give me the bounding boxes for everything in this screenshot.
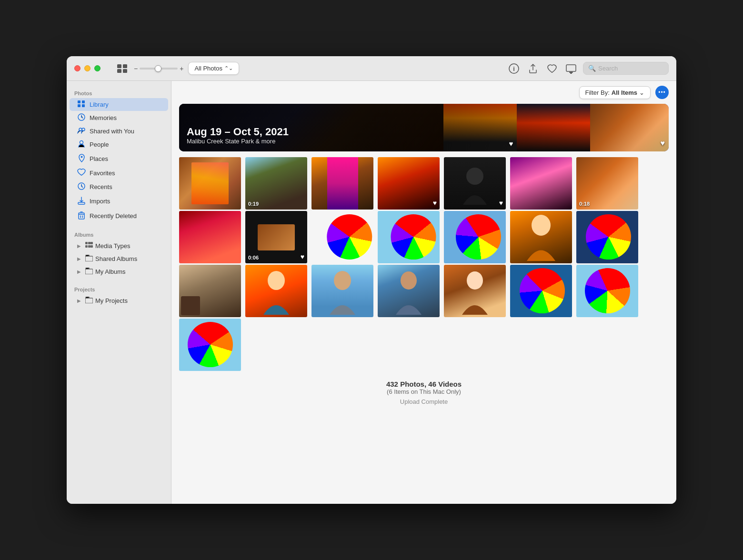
photo-cell[interactable] xyxy=(245,265,307,317)
photo-cell-rainbow[interactable] xyxy=(444,211,506,263)
svg-rect-6 xyxy=(566,65,576,71)
photo-cell[interactable] xyxy=(444,265,506,317)
maximize-button[interactable] xyxy=(94,65,100,71)
svg-rect-31 xyxy=(85,298,93,303)
sidebar-item-my-projects[interactable]: ▶ My Projects xyxy=(70,294,168,307)
filter-button[interactable]: Filter By: All Items ⌄ xyxy=(579,86,651,99)
sidebar-item-my-albums[interactable]: ▶ My Albums xyxy=(70,265,168,278)
photo-cell-rainbow[interactable] xyxy=(179,319,241,371)
sidebar-item-memories[interactable]: Memories xyxy=(70,111,168,125)
video-duration: 0:18 xyxy=(579,201,590,207)
photo-cell[interactable] xyxy=(179,211,241,263)
view-toggle-icon[interactable] xyxy=(116,62,129,75)
toolbar: − + All Photos ⌃⌄ i xyxy=(116,61,669,76)
expand-arrow-icon: ▶ xyxy=(77,243,81,249)
heart-icon: ♥ xyxy=(499,199,503,207)
view-selector-button[interactable]: All Photos ⌃⌄ xyxy=(188,62,239,75)
recents-icon xyxy=(77,182,86,191)
info-icon[interactable]: i xyxy=(507,61,521,76)
video-cell[interactable]: 0:06 ♥ xyxy=(245,211,307,263)
sidebar-item-imports[interactable]: Imports xyxy=(70,194,168,209)
memory-location: Malibu Creek State Park & more xyxy=(187,138,289,145)
traffic-lights xyxy=(74,65,100,71)
svg-rect-24 xyxy=(88,242,90,244)
sidebar-item-label-imports: Imports xyxy=(90,198,110,205)
video-cell[interactable]: 0:19 xyxy=(245,157,307,210)
expand-arrow-icon-albums: ▶ xyxy=(77,269,81,274)
shared-with-you-icon xyxy=(77,127,86,135)
sidebar-item-media-types[interactable]: ▶ Media Types xyxy=(70,240,168,252)
photo-cell[interactable] xyxy=(510,211,572,263)
sidebar-item-label-media-types: Media Types xyxy=(95,242,130,250)
sidebar-item-label-my-projects: My Projects xyxy=(95,297,128,304)
sidebar-item-recently-deleted[interactable]: Recently Deleted xyxy=(70,209,168,223)
sidebar-item-shared-with-you[interactable]: Shared with You xyxy=(70,125,168,138)
sidebar-item-places[interactable]: Places xyxy=(70,151,168,166)
svg-rect-20 xyxy=(79,213,84,219)
svg-rect-28 xyxy=(90,245,93,248)
memory-banner[interactable]: ♥ Aug 19 – Oct 5, 2021 Malibu Creek Stat… xyxy=(179,104,669,151)
svg-rect-12 xyxy=(82,104,85,107)
photo-cell[interactable] xyxy=(179,265,241,317)
my-projects-icon xyxy=(85,297,93,305)
search-bar[interactable]: 🔍 Search xyxy=(583,62,669,75)
photo-cell[interactable] xyxy=(510,157,572,210)
svg-rect-30 xyxy=(85,269,93,274)
zoom-slider-container[interactable]: − + xyxy=(134,65,183,72)
close-button[interactable] xyxy=(74,65,80,71)
content-area: Filter By: All Items ⌄ ••• ♥ xyxy=(171,81,676,504)
photo-cell[interactable]: ♥ xyxy=(444,157,506,210)
search-icon: 🔍 xyxy=(588,65,596,72)
svg-rect-10 xyxy=(82,100,85,103)
sidebar-item-label-shared-with-you: Shared with You xyxy=(90,128,134,135)
library-icon xyxy=(77,100,86,109)
sidebar-item-library[interactable]: Library xyxy=(70,98,168,111)
photo-cell-rainbow[interactable] xyxy=(311,211,373,263)
slideshow-icon[interactable] xyxy=(564,61,578,76)
media-types-icon xyxy=(85,242,93,250)
people-icon xyxy=(77,140,86,149)
svg-point-35 xyxy=(334,271,351,290)
sidebar-item-shared-albums[interactable]: ▶ Shared Albums xyxy=(70,252,168,265)
photos-window: − + All Photos ⌃⌄ i xyxy=(67,56,676,504)
photo-cell-rainbow[interactable] xyxy=(378,211,440,263)
more-options-button[interactable]: ••• xyxy=(655,86,669,99)
photo-cell[interactable] xyxy=(378,265,440,317)
photo-cell-rainbow[interactable] xyxy=(510,265,572,317)
heart-icon: ♥ xyxy=(433,199,437,207)
sidebar-item-label-recents: Recents xyxy=(90,183,112,190)
svg-text:i: i xyxy=(513,65,515,72)
photo-cell[interactable] xyxy=(179,157,241,210)
photo-row-2: 0:06 ♥ xyxy=(171,211,676,263)
sidebar-item-people[interactable]: People xyxy=(70,138,168,151)
view-selector-label: All Photos xyxy=(194,65,222,72)
photo-cell-rainbow[interactable] xyxy=(576,211,638,263)
svg-rect-2 xyxy=(117,69,121,73)
svg-rect-29 xyxy=(85,256,93,261)
minimize-button[interactable] xyxy=(84,65,90,71)
video-cell[interactable]: 0:18 xyxy=(576,157,638,210)
zoom-out-button[interactable]: − xyxy=(134,65,138,72)
heart-icon: ♥ xyxy=(301,253,304,260)
video-duration: 0:06 xyxy=(248,255,259,260)
share-icon[interactable] xyxy=(526,61,540,76)
photo-cell-rainbow[interactable] xyxy=(576,265,638,317)
status-count: 432 Photos, 46 Videos xyxy=(179,380,669,388)
photo-cell[interactable]: ♥ xyxy=(378,157,440,210)
svg-rect-3 xyxy=(123,69,127,73)
favorite-icon[interactable] xyxy=(545,61,559,76)
svg-point-37 xyxy=(467,271,483,290)
svg-rect-11 xyxy=(78,104,80,107)
albums-section-label: Albums xyxy=(67,228,171,240)
expand-arrow-icon-shared: ▶ xyxy=(77,256,81,261)
sidebar-item-favorites[interactable]: Favorites xyxy=(70,166,168,180)
zoom-in-button[interactable]: + xyxy=(180,65,183,72)
photo-cell[interactable] xyxy=(311,265,373,317)
photo-cell[interactable] xyxy=(311,157,373,210)
svg-point-16 xyxy=(80,141,83,144)
places-icon xyxy=(77,154,86,164)
favorites-icon xyxy=(77,169,86,178)
zoom-slider[interactable] xyxy=(140,68,178,70)
sidebar-item-recents[interactable]: Recents xyxy=(70,180,168,194)
memories-icon xyxy=(77,113,86,122)
